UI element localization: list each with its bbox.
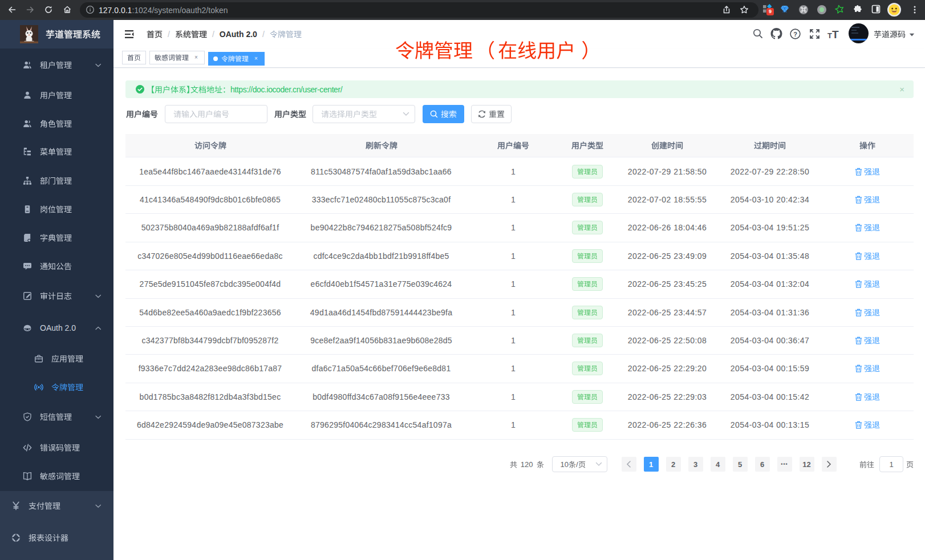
- svg-text:?: ?: [793, 31, 797, 38]
